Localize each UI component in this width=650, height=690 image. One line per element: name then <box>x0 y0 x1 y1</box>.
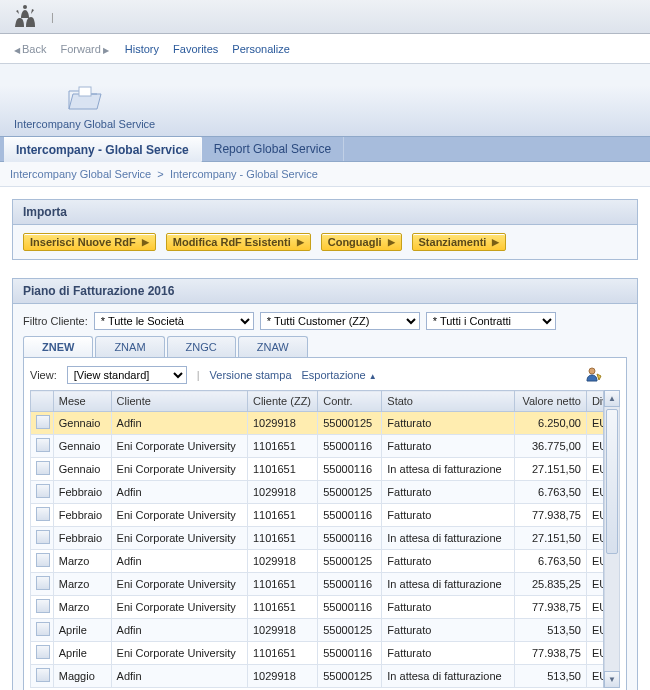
btn-modifica-rdf-esistenti[interactable]: Modifica RdF Esistenti▶ <box>166 233 311 251</box>
cell-clientezz: 1101651 <box>247 573 317 596</box>
cell-stato: In attesa di fatturazione <box>382 665 514 688</box>
table-row[interactable]: AprileAdfin102991855000125Fatturato513,5… <box>31 619 620 642</box>
row-selector[interactable] <box>36 576 50 590</box>
forward-link[interactable]: Forward▶ <box>60 43 110 55</box>
sel-customer[interactable]: * Tutti Customer (ZZ) <box>260 312 420 330</box>
row-selector[interactable] <box>36 438 50 452</box>
col-valore[interactable]: Valore netto <box>514 391 586 412</box>
personalize-table-icon[interactable] <box>586 366 602 382</box>
history-link[interactable]: History <box>125 43 159 55</box>
row-selector[interactable] <box>36 553 50 567</box>
personalize-link[interactable]: Personalize <box>232 43 289 55</box>
cell-valore: 513,50 <box>514 665 586 688</box>
cell-mese: Febbraio <box>53 504 111 527</box>
row-selector[interactable] <box>36 415 50 429</box>
col-stato[interactable]: Stato <box>382 391 514 412</box>
link-esportazione[interactable]: Esportazione ▲ <box>302 369 377 381</box>
table-scrollbar[interactable]: ▲ ▼ <box>603 390 620 688</box>
table-row[interactable]: FebbraioEni Corporate University11016515… <box>31 527 620 550</box>
table-row[interactable]: MarzoAdfin102991855000125Fatturato6.763,… <box>31 550 620 573</box>
subtab-intercompany-global-service[interactable]: Intercompany - Global Service <box>4 137 202 162</box>
cell-stato: Fatturato <box>382 642 514 665</box>
row-selector[interactable] <box>36 645 50 659</box>
cell-mese: Marzo <box>53 596 111 619</box>
cell-clientezz: 1029918 <box>247 619 317 642</box>
cell-clientezz: 1101651 <box>247 435 317 458</box>
svg-point-2 <box>589 368 595 374</box>
cell-mese: Aprile <box>53 642 111 665</box>
app-topbar: | <box>0 0 650 34</box>
cell-clientezz: 1029918 <box>247 481 317 504</box>
btn-conguagli[interactable]: Conguagli▶ <box>321 233 402 251</box>
table-row[interactable]: FebbraioAdfin102991855000125Fatturato6.7… <box>31 481 620 504</box>
table-row[interactable]: MaggioAdfin102991855000125In attesa di f… <box>31 665 620 688</box>
sel-societa[interactable]: * Tutte le Società <box>94 312 254 330</box>
link-versione-stampa[interactable]: Versione stampa <box>210 369 292 381</box>
cell-mese: Marzo <box>53 573 111 596</box>
col-contr[interactable]: Contr. <box>318 391 382 412</box>
cell-valore: 6.763,50 <box>514 481 586 504</box>
view-select[interactable]: [View standard] <box>67 366 187 384</box>
favorites-link[interactable]: Favorites <box>173 43 218 55</box>
cell-stato: Fatturato <box>382 619 514 642</box>
table-row[interactable]: FebbraioEni Corporate University11016515… <box>31 504 620 527</box>
btn-stanziamenti[interactable]: Stanziamenti▶ <box>412 233 507 251</box>
cell-valore: 27.151,50 <box>514 458 586 481</box>
cell-mese: Aprile <box>53 619 111 642</box>
table-row[interactable]: AprileEni Corporate University1101651550… <box>31 642 620 665</box>
row-selector[interactable] <box>36 484 50 498</box>
tab-znam[interactable]: ZNAM <box>95 336 164 357</box>
tab-zngc[interactable]: ZNGC <box>167 336 236 357</box>
row-selector[interactable] <box>36 668 50 682</box>
cell-clientezz: 1101651 <box>247 596 317 619</box>
table-row[interactable]: MarzoEni Corporate University11016515500… <box>31 573 620 596</box>
folder-tab-intercompany[interactable]: Intercompany Global Service <box>14 86 155 130</box>
cell-clientezz: 1101651 <box>247 504 317 527</box>
cell-clientezz: 1029918 <box>247 550 317 573</box>
scroll-down-icon[interactable]: ▼ <box>604 671 620 688</box>
row-selector[interactable] <box>36 622 50 636</box>
tab-znaw[interactable]: ZNAW <box>238 336 308 357</box>
cell-contr: 55000116 <box>318 573 382 596</box>
btn-inserisci-nuove-rdf[interactable]: Inserisci Nuove RdF▶ <box>23 233 156 251</box>
view-label: View: <box>30 369 57 381</box>
table-row[interactable]: GennaioEni Corporate University110165155… <box>31 435 620 458</box>
cell-stato: Fatturato <box>382 504 514 527</box>
cell-valore: 513,50 <box>514 619 586 642</box>
cell-stato: Fatturato <box>382 435 514 458</box>
col-cliente[interactable]: Cliente <box>111 391 247 412</box>
table-row[interactable]: GennaioEni Corporate University110165155… <box>31 458 620 481</box>
subtab-report-global-service[interactable]: Report Global Service <box>202 137 344 161</box>
row-selector[interactable] <box>36 530 50 544</box>
col-clientezz[interactable]: Cliente (ZZ) <box>247 391 317 412</box>
table-header-row: Mese Cliente Cliente (ZZ) Contr. Stato V… <box>31 391 620 412</box>
cell-valore: 27.151,50 <box>514 527 586 550</box>
filter-label: Filtro Cliente: <box>23 315 88 327</box>
cell-cliente: Eni Corporate University <box>111 573 247 596</box>
cell-clientezz: 1101651 <box>247 642 317 665</box>
row-selector[interactable] <box>36 507 50 521</box>
folder-tab-label: Intercompany Global Service <box>14 118 155 130</box>
col-mese[interactable]: Mese <box>53 391 111 412</box>
tab-znew[interactable]: ZNEW <box>23 336 93 357</box>
table-row[interactable]: MarzoEni Corporate University11016515500… <box>31 596 620 619</box>
filter-row: Filtro Cliente: * Tutte le Società * Tut… <box>23 312 627 330</box>
cell-stato: In attesa di fatturazione <box>382 573 514 596</box>
cell-contr: 55000116 <box>318 435 382 458</box>
row-selector[interactable] <box>36 461 50 475</box>
cell-mese: Gennaio <box>53 458 111 481</box>
cell-cliente: Adfin <box>111 665 247 688</box>
sel-contratti[interactable]: * Tutti i Contratti <box>426 312 556 330</box>
col-selector[interactable] <box>31 391 54 412</box>
row-selector[interactable] <box>36 599 50 613</box>
navbar: ◀Back Forward▶ History Favorites Persona… <box>0 34 650 64</box>
cell-valore: 77.938,75 <box>514 596 586 619</box>
crumb-1[interactable]: Intercompany Global Service <box>10 168 151 180</box>
cell-mese: Marzo <box>53 550 111 573</box>
cell-stato: In attesa di fatturazione <box>382 527 514 550</box>
cell-contr: 55000116 <box>318 642 382 665</box>
back-link[interactable]: ◀Back <box>12 43 46 55</box>
scroll-up-icon[interactable]: ▲ <box>604 390 620 407</box>
table-row[interactable]: GennaioAdfin102991855000125Fatturato6.25… <box>31 412 620 435</box>
scroll-thumb[interactable] <box>606 409 618 554</box>
